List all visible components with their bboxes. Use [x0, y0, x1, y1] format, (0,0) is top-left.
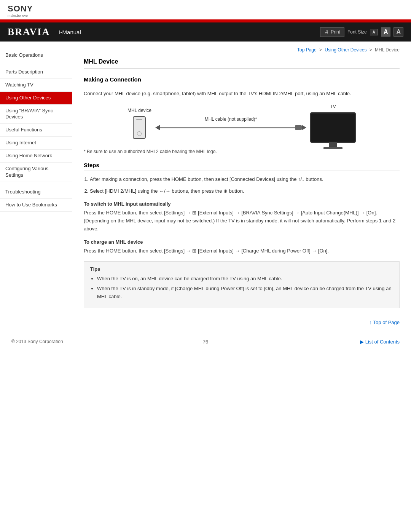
diagram-inner: MHL device MHL cable (not supplied)* — [127, 104, 356, 143]
list-of-contents-link[interactable]: List of Contents — [360, 339, 400, 345]
connection-diagram: MHL device MHL cable (not supplied)* — [84, 104, 400, 143]
sidebar-item-bravia-sync[interactable]: Using "BRAVIA" Sync Devices — [0, 105, 72, 124]
sidebar-item-bookmarks[interactable]: How to Use Bookmarks — [0, 199, 72, 212]
breadcrumb-sep2: > — [370, 47, 373, 53]
bravia-logo: BRAVIA — [8, 26, 50, 38]
step-1: After making a connection, press the HOM… — [90, 176, 400, 184]
sidebar-item-troubleshooting[interactable]: Troubleshooting — [0, 186, 72, 199]
sony-logo-area: SONY make.believe — [0, 0, 411, 19]
footer-links: Top of Page — [84, 316, 400, 325]
print-label: Print — [331, 29, 340, 35]
sidebar-item-useful-functions[interactable]: Useful Functions — [0, 124, 72, 137]
sidebar-item-basic-operations[interactable]: Basic Operations — [0, 49, 72, 62]
header-bar: BRAVIA i-Manual Print Font Size A A A — [0, 22, 411, 42]
font-small-button[interactable]: A — [370, 29, 378, 35]
sony-logo: SONY — [8, 4, 403, 14]
section2-title: Steps — [84, 162, 400, 171]
page-number: 76 — [203, 339, 208, 345]
sidebar-item-using-internet[interactable]: Using Internet — [0, 137, 72, 150]
steps-list: After making a connection, press the HOM… — [90, 176, 400, 195]
page-footer: © 2013 Sony Corporation 76 List of Conte… — [0, 333, 411, 348]
sidebar-item-parts-description[interactable]: Parts Description — [0, 66, 72, 79]
tips-list: When the TV is on, an MHL device can be … — [97, 275, 393, 301]
tips-box: Tips When the TV is on, an MHL device ca… — [84, 261, 400, 308]
sidebar-item-using-other-devices[interactable]: Using Other Devices — [0, 92, 72, 105]
content-area: Top Page > Using Other Devices > MHL Dev… — [72, 42, 411, 333]
sidebar-item-watching-tv[interactable]: Watching TV — [0, 79, 72, 92]
header-left: BRAVIA i-Manual — [8, 26, 81, 38]
tip-2: When the TV is in standby mode, if [Char… — [97, 285, 393, 301]
copyright: © 2013 Sony Corporation — [11, 339, 63, 344]
breadcrumb-sep1: > — [319, 47, 323, 53]
main-layout: Basic Operations Parts Description Watch… — [0, 42, 411, 333]
sidebar-item-configuring-various[interactable]: Configuring Various Settings — [0, 163, 72, 182]
print-button[interactable]: Print — [320, 27, 344, 37]
page-title: MHL Device — [84, 58, 400, 69]
cable-label: MHL cable (not supplied)* — [205, 117, 257, 122]
intro-paragraph: Connect your MHL device (e.g. smartphone… — [84, 90, 400, 98]
breadcrumb-current: MHL Device — [375, 47, 400, 53]
diagram-note: * Be sure to use an authorized MHL2 cabl… — [84, 149, 400, 154]
subheading2-para: Press the HOME button, then select [Sett… — [84, 247, 400, 255]
sony-tagline: make.believe — [8, 14, 403, 18]
mhl-device-area: MHL device — [127, 108, 151, 139]
sidebar-item-using-home-network[interactable]: Using Home Network — [0, 150, 72, 163]
section1-title: Making a Connection — [84, 76, 400, 85]
step-2: Select [HDMI 2/MHL] using the ←/→ button… — [90, 187, 400, 195]
font-medium-button[interactable]: A — [381, 27, 391, 37]
tv-label: TV — [330, 104, 336, 109]
subheading1-para: Press the HOME button, then select [Sett… — [84, 209, 400, 233]
i-manual-label: i-Manual — [59, 29, 81, 35]
font-size-label: Font Size — [347, 29, 367, 35]
tips-title: Tips — [90, 266, 393, 272]
red-bar — [0, 19, 411, 22]
top-of-page-link[interactable]: Top of Page — [370, 320, 400, 325]
tip-1: When the TV is on, an MHL device can be … — [97, 275, 393, 283]
breadcrumb: Top Page > Using Other Devices > MHL Dev… — [84, 47, 400, 53]
header-right: Print Font Size A A A — [320, 27, 403, 37]
breadcrumb-using-other-devices[interactable]: Using Other Devices — [325, 47, 366, 53]
tv-area: TV — [310, 104, 356, 143]
subheading-charge-mhl: To charge an MHL device — [84, 239, 400, 245]
cable-area: MHL cable (not supplied)* — [155, 117, 306, 130]
mhl-device-label: MHL device — [127, 108, 151, 113]
breadcrumb-top-page[interactable]: Top Page — [297, 47, 317, 53]
sidebar: Basic Operations Parts Description Watch… — [0, 42, 72, 333]
font-large-button[interactable]: A — [393, 27, 403, 37]
subheading-mhl-auto: To switch to MHL input automatically — [84, 201, 400, 207]
print-icon — [324, 29, 329, 35]
